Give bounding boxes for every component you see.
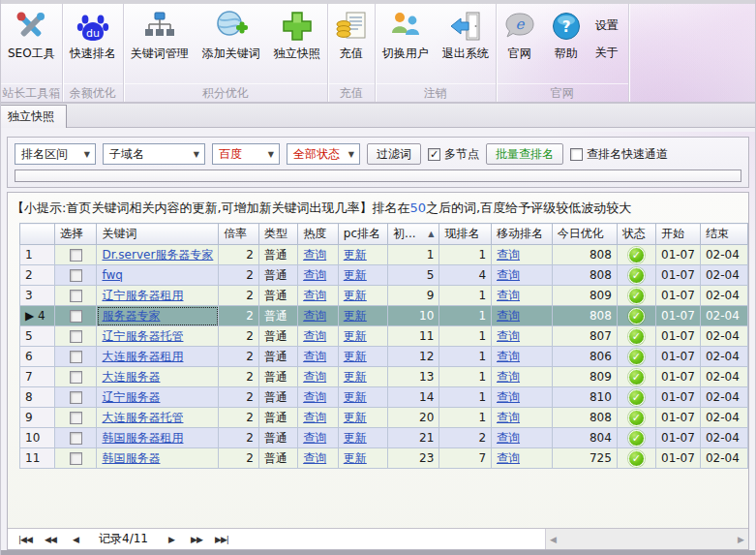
- subdomain-select[interactable]: 子域名▼: [103, 143, 205, 165]
- heat-query-link[interactable]: 查询: [303, 309, 326, 323]
- row-checkbox[interactable]: [70, 249, 82, 262]
- recharge-button[interactable]: 充值: [328, 7, 375, 64]
- heat-query-link[interactable]: 查询: [303, 411, 326, 424]
- fast-channel-checkbox[interactable]: 查排名快速通道: [570, 146, 668, 163]
- row-checkbox[interactable]: [70, 310, 82, 323]
- row-checkbox[interactable]: [70, 330, 82, 343]
- table-row[interactable]: 6大连服务器租用2普通查询更新121查询806✓01-0702-04: [20, 347, 748, 367]
- row-select-cell[interactable]: [55, 265, 97, 286]
- col-header-现排名[interactable]: 现排名: [439, 224, 492, 245]
- row-select-cell[interactable]: [55, 326, 97, 347]
- col-header-倍率[interactable]: 倍率: [219, 224, 259, 245]
- col-header-移动排名[interactable]: 移动排名: [492, 224, 553, 245]
- col-header-结束[interactable]: 结束: [700, 224, 747, 245]
- keyword-link[interactable]: 辽宁服务器: [102, 390, 160, 404]
- keyword-link[interactable]: 韩国服务器租用: [102, 431, 183, 445]
- mobile-query-link[interactable]: 查询: [497, 451, 520, 465]
- standalone-snapshot-button[interactable]: 独立快照: [267, 7, 327, 64]
- mobile-query-link[interactable]: 查询: [497, 370, 520, 384]
- hscroll-right-arrow-icon[interactable]: ▶: [738, 535, 744, 544]
- official-site-button[interactable]: e官网: [497, 7, 543, 64]
- table-row[interactable]: 9大连服务器托管2普通查询更新201查询808✓01-0702-04: [20, 408, 748, 428]
- mobile-query-link[interactable]: 查询: [497, 431, 520, 445]
- col-header-pc排名[interactable]: pc排名: [338, 224, 387, 245]
- filter-words-button[interactable]: 过滤词: [367, 143, 421, 165]
- keyword-link[interactable]: fwq: [102, 268, 122, 282]
- mobile-query-link[interactable]: 查询: [497, 411, 520, 424]
- pc-update-link[interactable]: 更新: [344, 431, 367, 445]
- row-select-cell[interactable]: [55, 347, 97, 367]
- pc-update-link[interactable]: 更新: [344, 411, 367, 424]
- row-checkbox[interactable]: [70, 371, 82, 384]
- table-row[interactable]: 5辽宁服务器托管2普通查询更新111查询807✓01-0702-04: [20, 326, 748, 347]
- table-row[interactable]: 3辽宁服务器租用2普通查询更新91查询809✓01-0702-04: [20, 286, 748, 306]
- heat-query-link[interactable]: 查询: [303, 289, 326, 302]
- row-checkbox[interactable]: [70, 452, 82, 465]
- row-select-cell[interactable]: [55, 387, 97, 408]
- nav-next-button[interactable]: ▶: [160, 532, 183, 547]
- mobile-query-link[interactable]: 查询: [497, 289, 520, 302]
- heat-query-link[interactable]: 查询: [303, 329, 326, 343]
- table-row[interactable]: 1Dr.server服务器专家2普通查询更新11查询808✓01-0702-04: [20, 245, 748, 265]
- heat-query-link[interactable]: 查询: [303, 431, 326, 445]
- row-select-cell[interactable]: [55, 306, 97, 326]
- pc-update-link[interactable]: 更新: [344, 451, 367, 465]
- col-header-今日优化[interactable]: 今日优化: [552, 224, 617, 245]
- mobile-query-link[interactable]: 查询: [497, 248, 520, 262]
- col-header-状态[interactable]: 状态: [617, 224, 655, 245]
- settings-button[interactable]: 设置: [591, 16, 622, 35]
- row-checkbox[interactable]: [70, 432, 82, 445]
- rank-range-select[interactable]: 排名区间▼: [15, 143, 96, 165]
- nav-next-page-button[interactable]: ▶▶: [185, 532, 208, 547]
- tab-standalone-snapshot[interactable]: 独立快照: [0, 105, 67, 128]
- col-header-开始[interactable]: 开始: [656, 224, 701, 245]
- status-select[interactable]: 全部状态▼: [287, 143, 360, 165]
- pc-update-link[interactable]: 更新: [344, 248, 367, 262]
- nav-prev-button[interactable]: ◀: [64, 532, 87, 547]
- keyword-link[interactable]: 服务器专家: [102, 309, 160, 323]
- seo-tools-button[interactable]: SEO工具: [1, 7, 62, 64]
- mobile-query-link[interactable]: 查询: [497, 390, 520, 404]
- col-header-初...[interactable]: 初...▲: [388, 224, 439, 245]
- pc-update-link[interactable]: 更新: [344, 289, 367, 302]
- col-header-类型[interactable]: 类型: [258, 224, 297, 245]
- row-checkbox[interactable]: [70, 290, 82, 302]
- row-select-cell[interactable]: [55, 408, 97, 428]
- table-row[interactable]: 10韩国服务器租用2普通查询更新212查询804✓01-0702-04: [20, 428, 748, 448]
- row-checkbox[interactable]: [70, 351, 82, 363]
- mobile-query-link[interactable]: 查询: [497, 329, 520, 343]
- help-button[interactable]: ?帮助: [543, 7, 590, 64]
- pc-update-link[interactable]: 更新: [344, 370, 367, 384]
- table-row[interactable]: 11韩国服务器2普通查询更新237查询725✓01-0702-04: [20, 448, 748, 469]
- keyword-link[interactable]: 大连服务器租用: [102, 350, 183, 363]
- multi-node-checkbox[interactable]: ✓ 多节点: [428, 146, 479, 163]
- row-checkbox[interactable]: [70, 391, 82, 404]
- table-row[interactable]: 8辽宁服务器2普通查询更新141查询810✓01-0702-04: [20, 387, 748, 408]
- horizontal-scrollbar[interactable]: ◀ ▶: [546, 529, 748, 549]
- row-checkbox[interactable]: [70, 269, 82, 282]
- col-header-热度[interactable]: 热度: [298, 224, 339, 245]
- pc-update-link[interactable]: 更新: [344, 350, 367, 363]
- table-row[interactable]: 7大连服务器2普通查询更新131查询809✓01-0702-04: [20, 367, 748, 387]
- hscroll-left-arrow-icon[interactable]: ◀: [550, 535, 557, 544]
- row-select-cell[interactable]: [55, 448, 97, 469]
- keyword-link[interactable]: 大连服务器托管: [102, 411, 183, 424]
- keyword-link[interactable]: 辽宁服务器租用: [102, 289, 183, 302]
- heat-query-link[interactable]: 查询: [303, 268, 326, 282]
- batch-rank-button[interactable]: 批量查排名: [486, 143, 563, 165]
- keyword-link[interactable]: 辽宁服务器托管: [102, 329, 183, 343]
- switch-user-button[interactable]: 切换用户: [376, 7, 436, 64]
- heat-query-link[interactable]: 查询: [303, 248, 326, 262]
- heat-query-link[interactable]: 查询: [303, 350, 326, 363]
- engine-select[interactable]: 百度▼: [212, 143, 280, 165]
- heat-query-link[interactable]: 查询: [303, 370, 326, 384]
- col-header-rownum[interactable]: [20, 224, 55, 245]
- row-select-cell[interactable]: [55, 245, 97, 265]
- keyword-manage-button[interactable]: 关键词管理: [124, 7, 196, 64]
- nav-first-button[interactable]: |◀◀: [14, 532, 37, 547]
- table-row[interactable]: ▶ 4服务器专家2普通查询更新101查询808✓01-0702-04: [20, 306, 748, 326]
- nav-prev-page-button[interactable]: ◀◀: [39, 532, 62, 547]
- filter-input-bar[interactable]: [15, 170, 741, 182]
- heat-query-link[interactable]: 查询: [303, 451, 326, 465]
- row-select-cell[interactable]: [55, 428, 97, 448]
